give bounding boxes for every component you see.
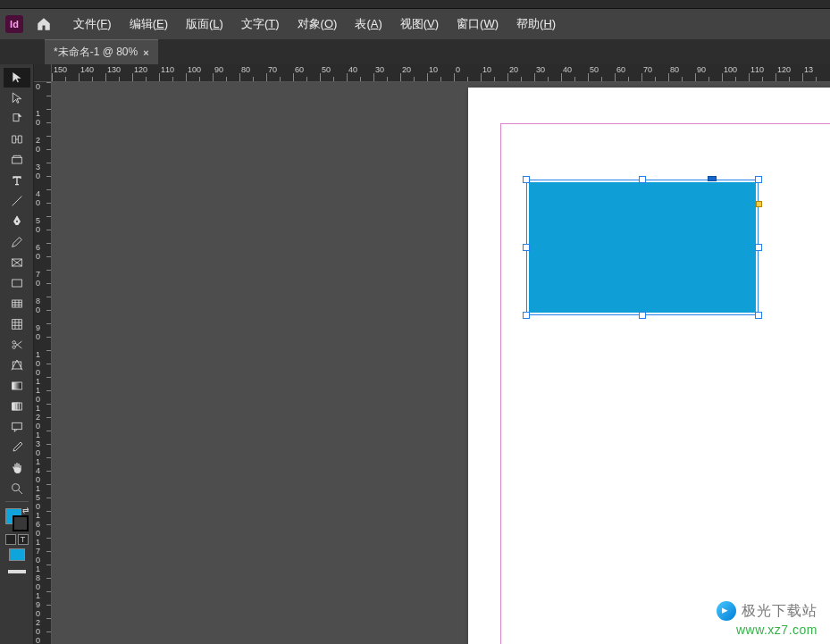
ruler-h-tick: 30	[534, 64, 545, 81]
free-transform-tool[interactable]	[4, 355, 30, 375]
pencil-tool[interactable]	[4, 232, 30, 252]
tool-divider	[5, 501, 29, 502]
document-tab-strip: *未命名-1 @ 80% ×	[0, 39, 830, 64]
ruler-h-tick: 70	[266, 64, 277, 81]
close-icon[interactable]: ×	[143, 47, 148, 58]
rectangle-tool[interactable]	[4, 273, 30, 293]
selection-handle[interactable]	[639, 312, 646, 319]
menu-type[interactable]: 文字(T)	[232, 13, 289, 36]
zoom-tool[interactable]	[4, 479, 30, 498]
menu-layout[interactable]: 版面(L)	[177, 13, 232, 36]
selection-bounding-box[interactable]	[526, 180, 759, 315]
line-tool[interactable]	[4, 191, 30, 211]
ruler-v-tick: 50	[34, 216, 51, 234]
gradient-feather-tool[interactable]	[4, 397, 30, 416]
svg-rect-3	[12, 280, 21, 287]
direct-selection-tool[interactable]	[4, 88, 30, 108]
svg-rect-9	[12, 382, 21, 389]
menu-view[interactable]: 视图(V)	[391, 13, 448, 36]
ruler-h-tick: 70	[641, 64, 652, 81]
format-container-icon[interactable]	[5, 534, 16, 545]
ruler-h-tick: 40	[347, 64, 357, 81]
ruler-v-tick: 90	[34, 323, 51, 341]
ruler-h-tick: 80	[239, 64, 250, 81]
selection-handle[interactable]	[523, 176, 530, 183]
selection-handle[interactable]	[523, 312, 530, 319]
gradient-swatch-tool[interactable]	[4, 376, 30, 396]
document-tab-title: *未命名-1 @ 80%	[54, 45, 138, 60]
ruler-h-tick: 90	[213, 64, 223, 81]
svg-point-6	[13, 341, 15, 344]
menu-table[interactable]: 表(A)	[346, 13, 390, 36]
view-mode-bar[interactable]	[4, 570, 30, 575]
vertical-ruler[interactable]: 0102030405060708090100110120130140150160…	[34, 82, 52, 644]
apply-color-button[interactable]	[5, 546, 29, 564]
format-text-icon[interactable]: T	[18, 534, 29, 545]
ruler-origin[interactable]	[34, 64, 52, 82]
eyedropper-tool[interactable]	[4, 438, 30, 457]
ruler-h-tick: 10	[427, 64, 438, 81]
selection-tool[interactable]	[4, 68, 30, 88]
menu-window[interactable]: 窗口(W)	[448, 13, 507, 36]
ruler-h-tick: 0	[454, 64, 460, 81]
app-icon: Id	[5, 15, 23, 33]
ruler-h-tick: 90	[695, 64, 706, 81]
ruler-h-tick: 30	[373, 64, 384, 81]
ruler-v-tick: 20	[34, 136, 51, 154]
selection-handle[interactable]	[755, 312, 762, 319]
svg-rect-1	[12, 157, 21, 163]
window-titlebar	[0, 0, 830, 9]
ruler-v-tick: 40	[34, 189, 51, 207]
hand-tool[interactable]	[4, 458, 30, 478]
horizontal-ruler[interactable]: 1501401301201101009080706050403020100102…	[52, 64, 830, 82]
selection-handle[interactable]	[523, 244, 530, 251]
ruler-h-tick: 10	[481, 64, 491, 81]
ruler-h-tick: 50	[588, 64, 599, 81]
ruler-v-tick: 80	[34, 297, 51, 314]
document-page[interactable]	[468, 88, 830, 644]
scissors-tool[interactable]	[4, 335, 30, 355]
page-tool[interactable]	[4, 109, 30, 129]
table-grid-tool[interactable]	[4, 314, 30, 334]
gap-tool[interactable]	[4, 130, 30, 149]
ruler-h-tick: 20	[507, 64, 518, 81]
ruler-h-tick: 40	[561, 64, 572, 81]
corner-radius-handle[interactable]	[756, 201, 762, 207]
rectangle-frame-tool[interactable]	[4, 253, 30, 272]
selection-handle[interactable]	[755, 244, 762, 251]
svg-point-7	[13, 346, 15, 348]
tools-panel: ⇄ T	[0, 64, 34, 644]
home-icon[interactable]	[34, 14, 54, 34]
selection-handle[interactable]	[639, 176, 646, 183]
type-tool[interactable]	[4, 171, 30, 190]
ruler-h-tick: 80	[668, 64, 679, 81]
ruler-v-tick: 70	[34, 270, 51, 288]
svg-rect-0	[13, 114, 19, 121]
menu-file[interactable]: 文件(F)	[64, 13, 121, 36]
document-tab[interactable]: *未命名-1 @ 80% ×	[45, 39, 158, 64]
fill-stroke-control[interactable]: ⇄	[4, 506, 30, 531]
ruler-h-tick: 20	[400, 64, 411, 81]
svg-rect-5	[12, 320, 21, 330]
ruler-h-tick: 50	[320, 64, 331, 81]
content-collector-tool[interactable]	[4, 150, 30, 170]
selection-handle[interactable]	[755, 176, 762, 183]
menu-help[interactable]: 帮助(H)	[507, 13, 565, 36]
svg-rect-4	[12, 300, 21, 307]
note-tool[interactable]	[4, 417, 30, 437]
pen-tool[interactable]	[4, 212, 30, 231]
canvas[interactable]: 极光下载站 www.xz7.com	[52, 82, 830, 644]
menu-edit[interactable]: 编辑(E)	[121, 13, 177, 36]
ruler-v-tick: 30	[34, 163, 51, 180]
ruler-h-tick: 13	[802, 64, 813, 81]
grid-tool[interactable]	[4, 294, 30, 314]
ruler-v-tick: 10	[34, 109, 51, 127]
ruler-v-tick: 60	[34, 243, 51, 261]
svg-point-12	[12, 484, 19, 491]
content-grabber-icon[interactable]	[708, 176, 717, 181]
menu-object[interactable]: 对象(O)	[289, 13, 347, 36]
ruler-h-tick: 60	[293, 64, 304, 81]
format-affects-row: T	[5, 534, 29, 545]
swap-fill-stroke-icon[interactable]: ⇄	[22, 506, 29, 514]
stroke-color-swatch[interactable]	[13, 515, 29, 531]
